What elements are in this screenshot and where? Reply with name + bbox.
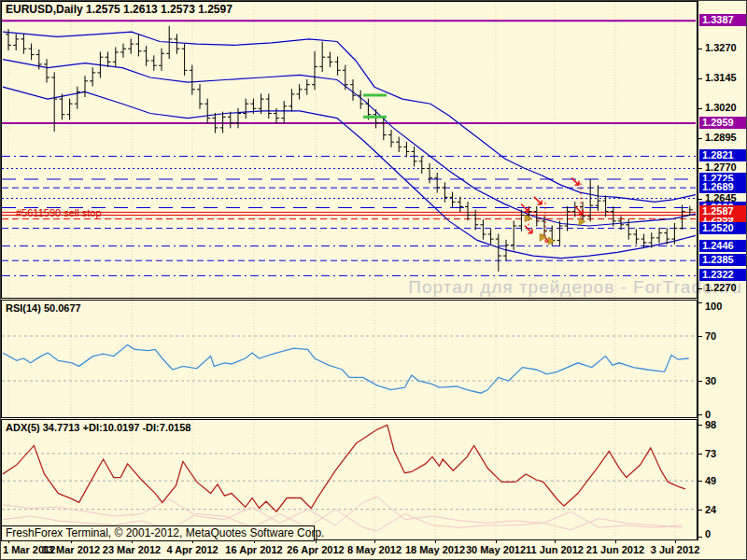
indicator-panel-frame	[2, 420, 698, 540]
adx-axis-label: 24	[705, 504, 716, 515]
axis-tick-mark	[698, 381, 702, 382]
rsi-axis-label: 70	[705, 330, 716, 342]
price-axis[interactable]: 1.32701.31451.30201.28951.27701.26451.22…	[698, 1, 747, 540]
date-tick-mark	[374, 540, 375, 543]
price-axis-label: 1.2270	[705, 282, 737, 293]
date-tick-mark	[435, 540, 436, 543]
sell-arrow-icon	[525, 226, 532, 233]
date-tick-mark	[316, 540, 317, 543]
pending-order-label[interactable]: #5611590 sell stop	[16, 207, 102, 218]
price-badge-red: 1.2587	[699, 205, 747, 217]
price-badge-blue: 1.2385	[699, 254, 747, 266]
date-tick-mark	[675, 540, 676, 543]
chart-title-quote: EURUSD,Daily 1.2575 1.2613 1.2573 1.2597	[6, 3, 233, 16]
axis-tick-mark	[698, 414, 702, 415]
adx-axis-label: 98	[705, 419, 716, 430]
adx-axis-label: 49	[705, 475, 716, 486]
adx-indicator-label: ADX(5) 34.7713 +DI:10.0197 -DI:7.0158	[6, 422, 190, 433]
rsi-axis-label: 30	[705, 375, 716, 386]
adx-line	[3, 425, 685, 511]
price-chart-panel[interactable]	[1, 1, 698, 299]
sell-arrow-icon	[575, 206, 583, 214]
price-badge-purple: 1.3387	[699, 14, 747, 26]
plusminus-di-line	[3, 497, 682, 527]
axis-tick-mark	[698, 302, 702, 303]
adx-axis-label: 0	[705, 528, 711, 539]
bollinger-band-middle	[3, 60, 696, 226]
axis-tick-mark	[698, 336, 702, 337]
indicator-panel-frame	[2, 301, 698, 418]
price-axis-label: 1.3020	[705, 102, 737, 113]
axis-tick-mark	[698, 537, 702, 538]
date-axis[interactable]: 1 Mar 201213 Mar 201223 Mar 20124 Apr 20…	[1, 540, 747, 560]
adx-axis-label: 73	[705, 448, 716, 459]
axis-tick-mark	[698, 168, 702, 169]
price-axis-label: 1.2895	[705, 132, 737, 143]
price-axis-label: 1.2770	[705, 161, 737, 173]
axis-tick-mark	[698, 481, 702, 482]
rsi-line	[3, 345, 689, 394]
price-axis-label: 1.3270	[705, 42, 737, 53]
price-badge-blue: 1.2520	[699, 222, 747, 234]
ohlc-bars	[6, 26, 693, 272]
date-tick-mark	[496, 540, 497, 543]
axis-tick-mark	[698, 454, 702, 455]
axis-tick-mark	[698, 510, 702, 511]
axis-tick-mark	[698, 49, 702, 49]
date-tick-mark	[555, 540, 556, 543]
price-badge-blue: 1.2689	[699, 181, 747, 193]
axis-tick-mark	[698, 78, 702, 79]
axis-tick-mark	[698, 288, 702, 289]
rsi-axis-label: 100	[705, 301, 722, 312]
price-badge-blue: 1.2446	[699, 240, 747, 252]
order-triangle-icon	[548, 237, 555, 245]
status-bar-copyright: FreshForex Terminal, © 2001-2012, MetaQu…	[1, 525, 315, 541]
axis-tick-mark	[698, 138, 702, 139]
price-badge-blue: 1.2322	[699, 269, 747, 281]
price-axis-label: 1.3145	[705, 72, 737, 83]
rsi-indicator-label: RSI(14) 50.0677	[6, 302, 81, 314]
price-panel-frame	[2, 2, 698, 299]
axis-tick-mark	[698, 425, 702, 426]
adx-indicator-panel[interactable]	[1, 419, 698, 540]
axis-tick-mark	[698, 199, 702, 200]
bollinger-band-lower	[3, 87, 696, 259]
trading-terminal-window: Портал для трейдеров - ForTrader.ru EURU…	[0, 0, 747, 560]
date-tick-mark	[615, 540, 616, 543]
price-badge-purple: 1.2959	[699, 117, 747, 129]
date-axis-label: 3 Jul 2012	[638, 544, 712, 555]
price-badge-blue: 1.2821	[699, 149, 747, 161]
axis-tick-mark	[698, 108, 702, 109]
rsi-indicator-panel[interactable]	[1, 300, 698, 418]
